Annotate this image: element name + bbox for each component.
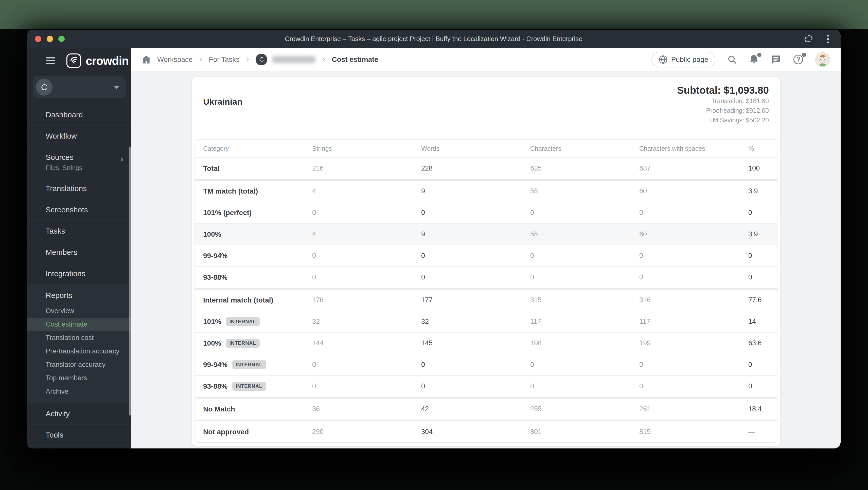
- home-icon[interactable]: [142, 56, 151, 64]
- sidebar-item-reports[interactable]: Reports: [27, 285, 131, 304]
- internal-badge: INTERNAL: [226, 317, 260, 326]
- row-value-cell: 261: [639, 405, 748, 413]
- project-avatar[interactable]: C: [256, 54, 267, 65]
- sidebar-item-dashboard[interactable]: Dashboard: [27, 104, 131, 126]
- row-value-cell: 0: [639, 273, 748, 281]
- row-value-cell: 100: [748, 164, 777, 172]
- table-row: 99-94%INTERNAL00000: [195, 354, 777, 375]
- browser-window: Crowdin Enterprise – Tasks – agile proje…: [27, 30, 841, 449]
- sidebar-item-integrations[interactable]: Integrations: [27, 263, 131, 285]
- chevron-right-icon: ›: [322, 55, 325, 64]
- sidebar-item-workflow[interactable]: Workflow: [27, 126, 131, 147]
- breadcrumb-workspace[interactable]: Workspace: [157, 56, 193, 64]
- row-value-cell: 0: [421, 273, 530, 281]
- row-category-label: 101%INTERNAL: [203, 317, 312, 326]
- sidebar-item-label: Workflow: [45, 132, 77, 140]
- row-value-cell: 0: [639, 209, 748, 217]
- search-icon[interactable]: [727, 55, 737, 65]
- browser-menu-kebab-icon[interactable]: [827, 34, 830, 44]
- translation-cost-line: Translation: $181.80: [677, 96, 769, 106]
- zoom-window-button[interactable]: [58, 36, 65, 42]
- cost-estimate-table: CategoryStringsWordsCharactersCharacters…: [194, 139, 777, 443]
- sidebar-item-sublabel: Files, Strings: [45, 164, 124, 171]
- sidebar-item-sources[interactable]: Sources›Files, Strings: [27, 147, 131, 178]
- public-page-button[interactable]: Public page: [651, 52, 715, 67]
- row-value-cell: 32: [421, 318, 530, 326]
- sidebar-report-item-overview[interactable]: Overview: [27, 304, 131, 318]
- row-value-cell: 0: [312, 273, 421, 281]
- row-value-cell: 0: [312, 252, 421, 260]
- minimize-window-button[interactable]: [46, 36, 53, 42]
- sidebar-item-label: Members: [45, 248, 78, 256]
- sidebar-item-screenshots[interactable]: Screenshots: [27, 199, 131, 221]
- crowdin-logo[interactable]: crowdin: [66, 53, 129, 69]
- row-value-cell: 0: [748, 382, 777, 390]
- internal-badge: INTERNAL: [232, 360, 266, 369]
- row-value-cell: 0: [421, 361, 530, 369]
- sidebar-report-item-translation-cost[interactable]: Translation cost: [27, 331, 131, 345]
- row-value-cell: 290: [312, 428, 421, 436]
- subtotal-block: Subtotal: $1,093.80 Translation: $181.80…: [677, 85, 769, 125]
- row-value-cell: 0: [530, 382, 639, 390]
- subtotal-amount: Subtotal: $1,093.80: [677, 85, 769, 96]
- sidebar-item-label: Dashboard: [45, 110, 83, 119]
- row-value-cell: 144: [312, 339, 421, 347]
- row-value-cell: 176: [312, 296, 421, 304]
- sidebar-item-label: Activity: [45, 410, 70, 418]
- workspace-selector[interactable]: C: [33, 76, 126, 98]
- row-category-label: 100%: [203, 230, 312, 238]
- column-header: Characters: [530, 145, 639, 152]
- row-category-label: TM match (total): [203, 187, 312, 195]
- sidebar-item-tasks[interactable]: Tasks: [27, 221, 131, 242]
- chevron-right-icon: ›: [246, 55, 249, 64]
- notification-dot: [757, 53, 762, 57]
- sidebar-scrollbar[interactable]: [129, 147, 131, 416]
- column-header: Category: [203, 145, 312, 152]
- sidebar-report-item-top-members[interactable]: Top members: [27, 371, 131, 385]
- sidebar-item-members[interactable]: Members: [27, 242, 131, 263]
- messages-chat-icon[interactable]: [771, 54, 781, 65]
- row-value-cell: 198: [530, 339, 639, 347]
- sidebar-report-item-translator-accuracy[interactable]: Translator accuracy: [27, 358, 131, 371]
- sidebar-item-label: Translations: [45, 184, 87, 193]
- sidebar-item-activity[interactable]: Activity: [27, 403, 131, 425]
- project-name-redacted[interactable]: [272, 56, 315, 63]
- row-value-cell: 0: [748, 252, 777, 260]
- hamburger-menu-icon[interactable]: [45, 57, 55, 64]
- close-window-button[interactable]: [35, 36, 41, 42]
- extensions-puzzle-icon[interactable]: [804, 34, 813, 43]
- help-icon[interactable]: [793, 54, 804, 65]
- row-value-cell: 637: [639, 164, 748, 172]
- row-category-label: 93-88%: [203, 273, 312, 282]
- breadcrumb-for-tasks[interactable]: For Tasks: [209, 56, 240, 64]
- row-value-cell: 0: [530, 252, 639, 260]
- chevron-right-icon: ›: [199, 55, 203, 64]
- row-value-cell: 304: [421, 428, 530, 436]
- row-value-cell: 60: [639, 230, 748, 238]
- crowdin-logo-text: crowdin: [86, 54, 129, 68]
- sidebar-report-item-cost-estimate[interactable]: Cost estimate: [27, 318, 131, 331]
- sidebar-item-label: Sources: [45, 153, 73, 161]
- row-value-cell: 228: [421, 164, 530, 172]
- row-value-cell: 0: [639, 382, 748, 390]
- table-row: Internal match (total)17617731531677.6: [195, 288, 777, 311]
- row-value-cell: 216: [312, 164, 421, 172]
- sidebar-item-settings[interactable]: Settings›: [27, 446, 131, 449]
- sidebar-report-item-pre-translation-accuracy[interactable]: Pre-translation accuracy: [27, 345, 131, 358]
- row-value-cell: 315: [530, 296, 639, 304]
- table-row: 101%INTERNAL323211711714: [195, 311, 777, 332]
- public-page-label: Public page: [671, 56, 708, 64]
- sidebar-report-item-archive[interactable]: Archive: [27, 385, 131, 398]
- sidebar-item-tools[interactable]: Tools: [27, 425, 131, 446]
- sidebar-item-translations[interactable]: Translations: [27, 178, 131, 199]
- row-value-cell: 77.6: [748, 296, 777, 304]
- row-value-cell: 3.9: [748, 187, 777, 195]
- row-category-label: No Match: [203, 405, 312, 413]
- row-value-cell: 117: [530, 318, 639, 326]
- sidebar-menu: DashboardWorkflowSources›Files, StringsT…: [27, 104, 131, 285]
- crowdin-logo-icon: [66, 53, 82, 69]
- user-avatar[interactable]: [815, 52, 830, 67]
- table-row: 100%4955603.9: [195, 223, 777, 245]
- row-value-cell: 32: [312, 318, 421, 326]
- notifications-bell-icon[interactable]: [749, 54, 759, 65]
